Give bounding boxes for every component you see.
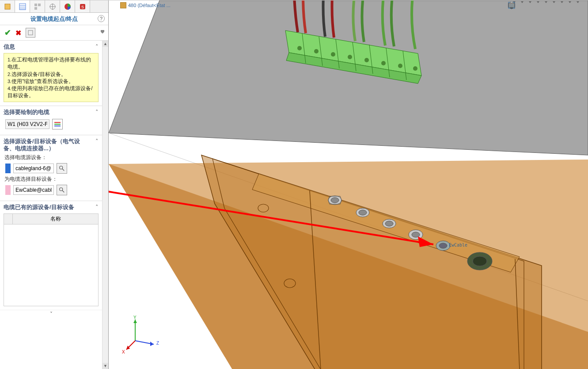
svg-rect-91: [508, 3, 515, 8]
target-device-label: 为电缆选择目标设备：: [4, 175, 99, 183]
viewport-3d[interactable]: Y Z X EwCable 480 (Défaut<Etat ...: [109, 0, 588, 369]
tab-configuration[interactable]: [30, 0, 45, 12]
svg-point-43: [398, 64, 402, 68]
tab-electrical[interactable]: S: [75, 0, 90, 12]
svg-point-61: [412, 232, 420, 237]
axis-x-label: X: [122, 350, 125, 354]
zoom-source-button[interactable]: [57, 163, 67, 174]
tab-appearance[interactable]: [60, 0, 75, 12]
scroll-up-icon[interactable]: ▲: [102, 41, 108, 47]
chevron-up-icon[interactable]: ˄: [95, 109, 99, 115]
svg-point-41: [364, 58, 369, 62]
axis-z-label: Z: [156, 341, 159, 346]
section-existing-header: 电缆已有的源设备/目标设备: [4, 204, 74, 211]
apply-scene-icon[interactable]: [568, 1, 571, 3]
section-cable-header: 选择要绘制的电缆: [4, 109, 49, 116]
svg-point-63: [439, 243, 447, 248]
svg-line-18: [62, 190, 64, 192]
tab-property-manager[interactable]: [15, 0, 30, 12]
chevron-up-icon[interactable]: ˄: [95, 204, 99, 210]
existing-devices-table[interactable]: 名称: [4, 213, 99, 306]
chevron-up-icon[interactable]: ˄: [95, 138, 99, 145]
display-style-icon[interactable]: [544, 1, 547, 3]
cancel-button[interactable]: ✖: [15, 29, 21, 37]
info-box: 1.在工程电缆管理器中选择要布线的电缆。 2.选择源设备/目标设备。 3.使用"…: [4, 53, 99, 102]
target-color-chip: [5, 185, 11, 195]
view-orientation-icon[interactable]: [536, 1, 539, 3]
svg-rect-14: [28, 30, 33, 35]
svg-point-39: [331, 52, 335, 57]
svg-rect-92: [510, 8, 513, 8]
panel-tabs: S: [0, 0, 108, 13]
svg-point-40: [348, 55, 352, 59]
svg-point-37: [297, 46, 302, 50]
viewport-scene: [109, 0, 588, 369]
svg-point-38: [314, 49, 319, 53]
zoom-target-button[interactable]: [57, 185, 67, 195]
svg-point-15: [60, 166, 63, 169]
svg-point-65: [473, 256, 487, 266]
tab-assembly[interactable]: [0, 0, 15, 12]
previous-view-icon[interactable]: [520, 1, 524, 3]
pushpin-icon[interactable]: [99, 29, 106, 35]
edit-appearance-icon[interactable]: [560, 1, 563, 3]
preview-button[interactable]: [26, 28, 35, 38]
svg-point-44: [413, 66, 417, 71]
svg-rect-5: [34, 4, 37, 6]
breadcrumb-text: 480 (Défaut<Etat ...: [128, 3, 171, 8]
hide-show-icon[interactable]: [552, 1, 555, 3]
panel-expand-toggle[interactable]: ˅: [0, 310, 102, 318]
svg-marker-26: [109, 0, 588, 155]
svg-point-17: [60, 188, 63, 191]
svg-point-42: [381, 61, 386, 65]
svg-point-59: [385, 221, 393, 226]
svg-rect-0: [5, 4, 10, 9]
section-info-header: 信息: [4, 43, 15, 50]
svg-rect-6: [38, 4, 41, 6]
view-settings-icon[interactable]: [576, 1, 579, 3]
cable-name-field[interactable]: [5, 119, 49, 129]
heads-up-toolbar: [508, 1, 579, 3]
viewport-annotation: EwCable: [449, 243, 467, 247]
target-device-field[interactable]: [13, 185, 54, 195]
chevron-up-icon[interactable]: ˄: [95, 43, 99, 50]
panel-title: 设置电缆起点/终点: [30, 15, 78, 23]
table-col-name: 名称: [13, 214, 98, 224]
svg-point-55: [331, 198, 339, 203]
source-device-label: 选择电缆源设备：: [4, 154, 99, 161]
tab-dimxpert[interactable]: [45, 0, 60, 12]
scroll-down-icon[interactable]: ▼: [102, 363, 108, 369]
source-color-chip: [5, 164, 11, 173]
svg-line-16: [62, 169, 64, 171]
source-device-field[interactable]: [13, 164, 54, 173]
panel-scrollbar[interactable]: ▲ ▼: [102, 41, 108, 369]
ok-button[interactable]: ✔: [4, 28, 11, 38]
svg-point-57: [359, 210, 367, 215]
assembly-icon: [120, 2, 126, 8]
cable-swatch-button[interactable]: [52, 119, 63, 129]
svg-text:S: S: [81, 5, 83, 9]
help-icon[interactable]: ?: [98, 15, 105, 22]
breadcrumb[interactable]: 480 (Défaut<Etat ...: [118, 1, 172, 9]
section-view-icon[interactable]: [528, 1, 531, 3]
axis-y-label: Y: [133, 315, 137, 320]
svg-rect-7: [34, 7, 37, 10]
section-device-header: 选择源设备/目标设备（电气设备、电缆连接器...）: [4, 138, 83, 152]
